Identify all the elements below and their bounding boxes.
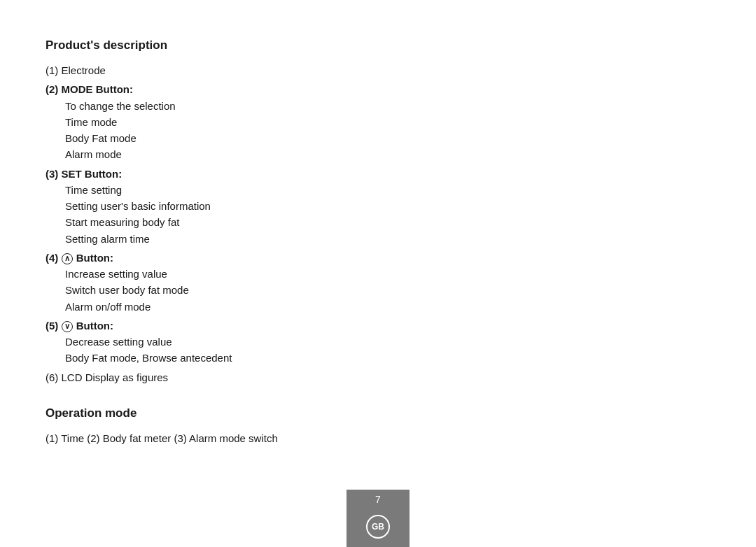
sub-item: Setting alarm time xyxy=(65,231,584,247)
operation-item: (1) Time (2) Body fat meter (3) Alarm mo… xyxy=(46,430,584,447)
operation-section: Operation mode (1) Time (2) Body fat met… xyxy=(46,406,584,447)
chevron-down-icon xyxy=(62,321,73,332)
sub-item: Alarm mode xyxy=(65,146,584,162)
list-item: (5) Button: Decrease setting value Body … xyxy=(46,318,584,367)
sub-item: Body Fat mode, Browse antecedent xyxy=(65,350,584,366)
page-badge-container: 7 GB xyxy=(346,490,410,547)
list-item: (1) Electrode xyxy=(46,62,584,78)
chevron-up-icon xyxy=(62,253,73,264)
item-label: (2) MODE Button: xyxy=(46,83,133,95)
sub-item: Decrease setting value xyxy=(65,334,584,350)
page-number: 7 xyxy=(346,490,410,509)
item-label: (6) LCD Display as figures xyxy=(46,371,168,383)
sub-list: To change the selection Time mode Body F… xyxy=(46,98,584,163)
item-label: (5) Button: xyxy=(46,320,113,332)
list-item: (2) MODE Button: To change the selection… xyxy=(46,81,584,162)
item-label: (1) Electrode xyxy=(46,64,106,76)
sub-item: To change the selection xyxy=(65,98,584,114)
page-content: Product's description (1) Electrode (2) … xyxy=(0,0,630,475)
gb-circle: GB xyxy=(366,515,390,539)
operation-title: Operation mode xyxy=(46,406,584,420)
sub-item: Time mode xyxy=(65,114,584,130)
sub-item: Switch user body fat mode xyxy=(65,282,584,298)
sub-list: Time setting Setting user's basic inform… xyxy=(46,182,584,247)
sub-item: Setting user's basic information xyxy=(65,198,584,214)
sub-item: Time setting xyxy=(65,182,584,198)
sub-item: Body Fat mode xyxy=(65,130,584,146)
list-item: (6) LCD Display as figures xyxy=(46,369,584,385)
sub-item: Start measuring body fat xyxy=(65,214,584,230)
sub-list: Increase setting value Switch user body … xyxy=(46,266,584,315)
list-item: (4) Button: Increase setting value Switc… xyxy=(46,250,584,315)
product-list: (1) Electrode (2) MODE Button: To change… xyxy=(46,62,584,385)
item-label: (4) Button: xyxy=(46,252,113,264)
sub-list: Decrease setting value Body Fat mode, Br… xyxy=(46,334,584,367)
list-item: (3) SET Button: Time setting Setting use… xyxy=(46,166,584,247)
products-title: Product's description xyxy=(46,38,584,52)
item-label: (3) SET Button: xyxy=(46,168,122,180)
page-gb-badge: GB xyxy=(346,509,410,547)
operation-list: (1) Time (2) Body fat meter (3) Alarm mo… xyxy=(46,430,584,447)
sub-item: Alarm on/off mode xyxy=(65,299,584,315)
sub-item: Increase setting value xyxy=(65,266,584,282)
